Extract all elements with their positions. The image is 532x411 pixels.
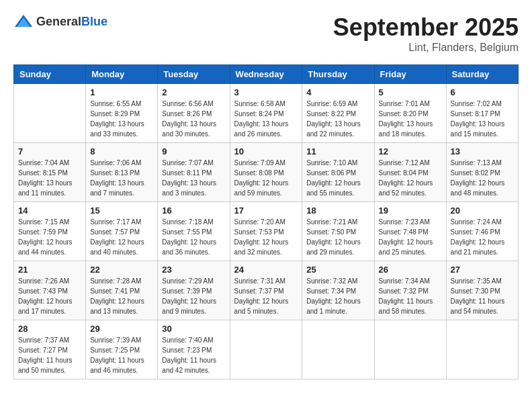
- day-info: Sunrise: 7:04 AM Sunset: 8:15 PM Dayligh…: [18, 158, 81, 198]
- title-block: September 2025 Lint, Flanders, Belgium: [333, 13, 519, 54]
- col-header-monday: Monday: [86, 65, 158, 84]
- calendar-week-row: 21Sunrise: 7:26 AM Sunset: 7:43 PM Dayli…: [14, 261, 519, 320]
- day-info: Sunrise: 7:18 AM Sunset: 7:55 PM Dayligh…: [162, 217, 225, 257]
- day-info: Sunrise: 7:01 AM Sunset: 8:20 PM Dayligh…: [379, 99, 442, 139]
- day-info: Sunrise: 7:12 AM Sunset: 8:04 PM Dayligh…: [379, 158, 442, 198]
- calendar-week-row: 7Sunrise: 7:04 AM Sunset: 8:15 PM Daylig…: [14, 143, 519, 202]
- calendar-cell: 24Sunrise: 7:31 AM Sunset: 7:37 PM Dayli…: [230, 261, 302, 320]
- calendar-cell: 17Sunrise: 7:20 AM Sunset: 7:53 PM Dayli…: [230, 202, 302, 261]
- calendar-cell: 8Sunrise: 7:06 AM Sunset: 8:13 PM Daylig…: [86, 143, 158, 202]
- day-number: 22: [90, 265, 153, 275]
- day-info: Sunrise: 7:37 AM Sunset: 7:27 PM Dayligh…: [18, 335, 81, 375]
- day-info: Sunrise: 7:24 AM Sunset: 7:46 PM Dayligh…: [451, 217, 514, 257]
- logo-blue: Blue: [81, 15, 107, 28]
- calendar-cell: 30Sunrise: 7:40 AM Sunset: 7:23 PM Dayli…: [158, 320, 230, 379]
- day-number: 12: [379, 146, 442, 156]
- calendar-cell: [230, 320, 302, 379]
- location-title: Lint, Flanders, Belgium: [333, 42, 519, 54]
- day-info: Sunrise: 7:02 AM Sunset: 8:17 PM Dayligh…: [451, 99, 514, 139]
- calendar-cell: 3Sunrise: 6:58 AM Sunset: 8:24 PM Daylig…: [230, 84, 302, 143]
- day-info: Sunrise: 7:20 AM Sunset: 7:53 PM Dayligh…: [234, 217, 298, 257]
- day-info: Sunrise: 6:58 AM Sunset: 8:24 PM Dayligh…: [234, 99, 298, 139]
- calendar-cell: 19Sunrise: 7:23 AM Sunset: 7:48 PM Dayli…: [374, 202, 446, 261]
- day-info: Sunrise: 7:31 AM Sunset: 7:37 PM Dayligh…: [234, 276, 298, 316]
- calendar-table: SundayMondayTuesdayWednesdayThursdayFrid…: [13, 64, 519, 379]
- day-info: Sunrise: 7:15 AM Sunset: 7:59 PM Dayligh…: [18, 217, 81, 257]
- calendar-cell: 26Sunrise: 7:34 AM Sunset: 7:32 PM Dayli…: [374, 261, 446, 320]
- day-number: 17: [234, 205, 298, 216]
- calendar-cell: 4Sunrise: 6:59 AM Sunset: 8:22 PM Daylig…: [302, 84, 374, 143]
- calendar-cell: 5Sunrise: 7:01 AM Sunset: 8:20 PM Daylig…: [374, 84, 446, 143]
- day-number: 25: [306, 265, 369, 275]
- calendar-cell: 22Sunrise: 7:28 AM Sunset: 7:41 PM Dayli…: [86, 261, 158, 320]
- day-info: Sunrise: 6:56 AM Sunset: 8:26 PM Dayligh…: [162, 99, 225, 139]
- day-number: 16: [162, 205, 225, 216]
- page-header: GeneralBlue September 2025 Lint, Flander…: [13, 13, 519, 54]
- calendar-cell: 20Sunrise: 7:24 AM Sunset: 7:46 PM Dayli…: [446, 202, 518, 261]
- day-number: 4: [306, 87, 369, 97]
- calendar-cell: 11Sunrise: 7:10 AM Sunset: 8:06 PM Dayli…: [302, 143, 374, 202]
- calendar-cell: 29Sunrise: 7:39 AM Sunset: 7:25 PM Dayli…: [86, 320, 158, 379]
- day-number: 23: [162, 265, 225, 275]
- month-title: September 2025: [333, 13, 519, 42]
- day-number: 10: [234, 146, 298, 156]
- day-info: Sunrise: 7:10 AM Sunset: 8:06 PM Dayligh…: [306, 158, 369, 198]
- day-number: 3: [234, 87, 298, 97]
- calendar-cell: 23Sunrise: 7:29 AM Sunset: 7:39 PM Dayli…: [158, 261, 230, 320]
- col-header-tuesday: Tuesday: [158, 65, 230, 84]
- day-number: 6: [451, 87, 514, 97]
- day-info: Sunrise: 7:34 AM Sunset: 7:32 PM Dayligh…: [379, 276, 442, 316]
- logo-general: General: [36, 15, 81, 28]
- day-info: Sunrise: 7:26 AM Sunset: 7:43 PM Dayligh…: [18, 276, 81, 316]
- calendar-cell: 7Sunrise: 7:04 AM Sunset: 8:15 PM Daylig…: [14, 143, 86, 202]
- day-info: Sunrise: 7:13 AM Sunset: 8:02 PM Dayligh…: [451, 158, 514, 198]
- day-number: 7: [18, 146, 81, 156]
- day-info: Sunrise: 7:06 AM Sunset: 8:13 PM Dayligh…: [90, 158, 153, 198]
- calendar-cell: 21Sunrise: 7:26 AM Sunset: 7:43 PM Dayli…: [14, 261, 86, 320]
- day-info: Sunrise: 7:07 AM Sunset: 8:11 PM Dayligh…: [162, 158, 225, 198]
- day-info: Sunrise: 7:29 AM Sunset: 7:39 PM Dayligh…: [162, 276, 225, 316]
- col-header-friday: Friday: [374, 65, 446, 84]
- logo-icon: [13, 13, 34, 30]
- calendar-cell: 27Sunrise: 7:35 AM Sunset: 7:30 PM Dayli…: [446, 261, 518, 320]
- day-info: Sunrise: 6:55 AM Sunset: 8:29 PM Dayligh…: [90, 99, 153, 139]
- day-number: 19: [379, 205, 442, 216]
- day-info: Sunrise: 7:28 AM Sunset: 7:41 PM Dayligh…: [90, 276, 153, 316]
- day-number: 14: [18, 205, 81, 216]
- day-info: Sunrise: 7:40 AM Sunset: 7:23 PM Dayligh…: [162, 335, 225, 375]
- calendar-cell: 2Sunrise: 6:56 AM Sunset: 8:26 PM Daylig…: [158, 84, 230, 143]
- day-number: 29: [90, 324, 153, 334]
- day-info: Sunrise: 7:32 AM Sunset: 7:34 PM Dayligh…: [306, 276, 369, 316]
- day-number: 27: [451, 265, 514, 275]
- day-number: 13: [451, 146, 514, 156]
- col-header-sunday: Sunday: [14, 65, 86, 84]
- calendar-cell: 10Sunrise: 7:09 AM Sunset: 8:08 PM Dayli…: [230, 143, 302, 202]
- day-number: 21: [18, 265, 81, 275]
- day-info: Sunrise: 7:23 AM Sunset: 7:48 PM Dayligh…: [379, 217, 442, 257]
- day-number: 1: [90, 87, 153, 97]
- calendar-cell: 9Sunrise: 7:07 AM Sunset: 8:11 PM Daylig…: [158, 143, 230, 202]
- calendar-cell: 16Sunrise: 7:18 AM Sunset: 7:55 PM Dayli…: [158, 202, 230, 261]
- calendar-cell: [374, 320, 446, 379]
- calendar-cell: [302, 320, 374, 379]
- calendar-cell: [14, 84, 86, 143]
- day-info: Sunrise: 6:59 AM Sunset: 8:22 PM Dayligh…: [306, 99, 369, 139]
- day-number: 5: [379, 87, 442, 97]
- day-number: 24: [234, 265, 298, 275]
- calendar-cell: 25Sunrise: 7:32 AM Sunset: 7:34 PM Dayli…: [302, 261, 374, 320]
- day-number: 11: [306, 146, 369, 156]
- calendar-cell: 13Sunrise: 7:13 AM Sunset: 8:02 PM Dayli…: [446, 143, 518, 202]
- calendar-cell: 12Sunrise: 7:12 AM Sunset: 8:04 PM Dayli…: [374, 143, 446, 202]
- calendar-cell: 18Sunrise: 7:21 AM Sunset: 7:50 PM Dayli…: [302, 202, 374, 261]
- calendar-cell: 14Sunrise: 7:15 AM Sunset: 7:59 PM Dayli…: [14, 202, 86, 261]
- calendar-cell: 1Sunrise: 6:55 AM Sunset: 8:29 PM Daylig…: [86, 84, 158, 143]
- calendar-header-row: SundayMondayTuesdayWednesdayThursdayFrid…: [14, 65, 519, 84]
- day-info: Sunrise: 7:21 AM Sunset: 7:50 PM Dayligh…: [306, 217, 369, 257]
- day-number: 28: [18, 324, 81, 334]
- calendar-cell: 6Sunrise: 7:02 AM Sunset: 8:17 PM Daylig…: [446, 84, 518, 143]
- logo: GeneralBlue: [13, 13, 107, 30]
- day-number: 20: [451, 205, 514, 216]
- col-header-wednesday: Wednesday: [230, 65, 302, 84]
- calendar-cell: [446, 320, 518, 379]
- day-number: 18: [306, 205, 369, 216]
